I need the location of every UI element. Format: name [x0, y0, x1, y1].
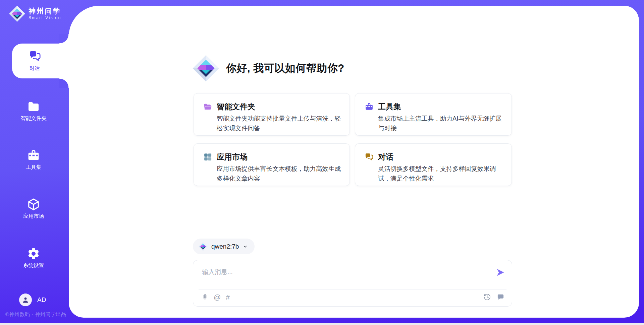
folder-icon: [27, 100, 40, 113]
composer-divider: [199, 289, 506, 289]
chat-bubbles-icon: [29, 50, 41, 63]
sidebar-item-label: 智能文件夹: [20, 115, 47, 122]
topic-button[interactable]: #: [226, 293, 230, 301]
avatar: [19, 294, 32, 306]
sidebar-item-toolset[interactable]: 工具集: [10, 149, 57, 171]
person-icon: [21, 296, 30, 304]
card-title: 工具集: [378, 102, 401, 112]
chat-mode-button[interactable]: [497, 293, 504, 301]
tab-fillet-top: [59, 34, 69, 44]
toolbox-icon: [27, 149, 40, 162]
feature-card-chat[interactable]: 对话 灵活切换多模型文件，支持多样回复效果调试，满足个性化需求: [355, 143, 512, 186]
brand-name-en: Smart Vision: [29, 16, 61, 20]
feature-cards: 智能文件夹 智能文件夹功能支持批量文件上传与清洗，轻松实现文件问答 工具集 集成…: [194, 93, 512, 186]
sidebar-item-chat[interactable]: 对话: [12, 44, 69, 78]
folder-open-icon: [203, 102, 212, 111]
brand-name-cn: 神州问学: [29, 7, 61, 15]
diamond-logo-icon: [9, 5, 25, 22]
at-icon: @: [214, 293, 221, 301]
card-description: 应用市场提供丰富长文本模板，助力高效生成多样化文章内容: [217, 164, 342, 183]
sidebar-item-app-market[interactable]: 应用市场: [10, 198, 57, 220]
feature-card-toolset[interactable]: 工具集 集成市场上主流工具，助力AI与外界无缝扩展与对接: [355, 93, 512, 136]
card-title: 应用市场: [217, 152, 248, 162]
feature-card-smart-folder[interactable]: 智能文件夹 智能文件夹功能支持批量文件上传与清洗，轻松实现文件问答: [194, 93, 350, 136]
chevron-down-icon: [243, 244, 248, 249]
hash-icon: #: [226, 293, 230, 301]
paperclip-icon: [201, 294, 209, 301]
diamond-logo-icon: [192, 55, 220, 82]
message-input[interactable]: [201, 265, 484, 279]
card-title: 对话: [378, 152, 393, 162]
sidebar-item-label: 应用市场: [23, 213, 44, 220]
sidebar-item-smart-folder[interactable]: 智能文件夹: [10, 100, 57, 122]
feature-card-app-market[interactable]: 应用市场 应用市场提供丰富长文本模板，助力高效生成多样化文章内容: [194, 143, 350, 186]
user-profile[interactable]: AD: [19, 294, 46, 306]
user-initials: AD: [37, 296, 46, 304]
cube-icon: [27, 198, 40, 211]
diamond-logo-icon: [199, 242, 208, 251]
brand-logo[interactable]: 神州问学 Smart Vision: [9, 5, 61, 22]
greeting-section: 你好, 我可以如何帮助你?: [192, 55, 344, 82]
attach-file-button[interactable]: [201, 294, 209, 301]
greeting-title: 你好, 我可以如何帮助你?: [226, 61, 344, 75]
bottom-edge-strip: [0, 323, 644, 325]
model-name: qwen2:7b: [211, 243, 239, 250]
sidebar-item-settings[interactable]: 系统设置: [10, 247, 57, 269]
send-button[interactable]: [496, 268, 505, 277]
app-window: 神州问学 Smart Vision 对话 智能文件夹: [0, 0, 644, 325]
model-selector[interactable]: qwen2:7b: [193, 239, 255, 254]
sidebar-item-label: 工具集: [26, 164, 42, 171]
card-description: 集成市场上主流工具，助力AI与外界无缝扩展与对接: [378, 114, 504, 133]
chat-filled-icon: [497, 293, 504, 301]
history-button[interactable]: [483, 293, 491, 301]
message-composer: @ #: [193, 260, 512, 307]
send-icon: [496, 268, 505, 277]
chat-bubbles-icon: [365, 152, 374, 161]
card-description: 灵活切换多模型文件，支持多样回复效果调试，满足个性化需求: [378, 164, 504, 183]
sidebar-item-label: 对话: [30, 65, 40, 72]
sidebar-item-label: 系统设置: [23, 262, 44, 269]
copyright-text: ©神州数码 · 神州问学出品: [5, 311, 66, 318]
history-icon: [483, 293, 491, 301]
card-description: 智能文件夹功能支持批量文件上传与清洗，轻松实现文件问答: [217, 114, 342, 133]
tab-fillet-bottom: [59, 78, 69, 88]
grid-icon: [203, 152, 212, 161]
gear-icon: [27, 247, 40, 260]
mention-button[interactable]: @: [214, 293, 221, 301]
card-title: 智能文件夹: [217, 102, 255, 112]
toolbox-icon: [365, 102, 374, 111]
